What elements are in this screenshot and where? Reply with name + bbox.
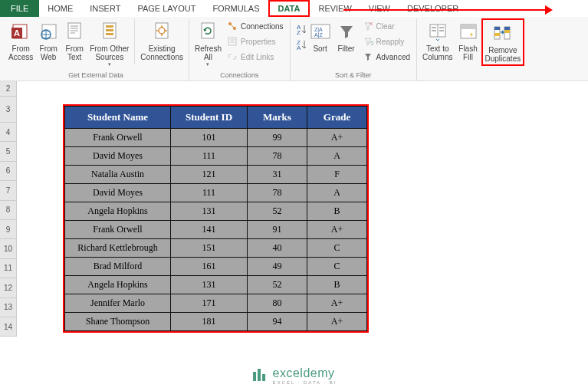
tab-data[interactable]: DATA: [268, 0, 310, 17]
tab-insert[interactable]: INSERT: [81, 0, 129, 17]
table-row[interactable]: Shane Thompson18194A+: [65, 313, 367, 331]
cell[interactable]: 131: [171, 276, 248, 294]
tab-developer[interactable]: DEVELOPER: [399, 0, 467, 17]
row-header[interactable]: 10: [0, 239, 17, 258]
cell[interactable]: 151: [171, 239, 248, 258]
cell[interactable]: A+: [307, 129, 367, 147]
cell[interactable]: A+: [307, 294, 367, 313]
cell[interactable]: 91: [248, 221, 307, 239]
properties-button[interactable]: Properties: [224, 34, 287, 49]
clear-button[interactable]: Clear: [360, 18, 413, 34]
connections-button[interactable]: Connections: [224, 18, 287, 34]
row-header[interactable]: 13: [0, 298, 17, 317]
table-row[interactable]: Natalia Austin12131F: [65, 166, 367, 184]
col-header[interactable]: Student Name: [65, 107, 171, 129]
cell[interactable]: 111: [171, 184, 248, 202]
cell[interactable]: A: [307, 184, 367, 202]
cell[interactable]: 78: [248, 184, 307, 202]
cell[interactable]: 49: [248, 258, 307, 276]
table-row[interactable]: Jennifer Marlo17180A+: [65, 294, 367, 313]
tab-file[interactable]: FILE: [0, 0, 39, 17]
filter-button[interactable]: Filter: [333, 18, 360, 54]
cell[interactable]: 141: [171, 221, 248, 239]
existing-connections-button[interactable]: Existing Connections: [138, 18, 186, 63]
cell[interactable]: Angela Hopkins: [65, 202, 171, 221]
cell[interactable]: 94: [248, 313, 307, 331]
sort-asc-button[interactable]: AZ: [294, 21, 307, 37]
row-header[interactable]: 5: [0, 142, 17, 161]
from-other-sources-button[interactable]: From Other Sources ▾: [87, 18, 131, 69]
table-row[interactable]: Angela Hopkins13152B: [65, 276, 367, 294]
sort-button[interactable]: Z|AA|Z Sort: [307, 18, 333, 54]
row-header[interactable]: 12: [0, 278, 17, 297]
refresh-all-button[interactable]: Refresh All ▾: [192, 18, 224, 69]
text-to-columns-button[interactable]: Text to Columns: [420, 18, 455, 63]
from-web-button[interactable]: From Web: [35, 18, 61, 63]
cell[interactable]: 101: [171, 129, 248, 147]
advanced-button[interactable]: Advanced: [360, 49, 413, 64]
cell[interactable]: C: [307, 258, 367, 276]
row-header[interactable]: 2: [0, 81, 17, 97]
col-header[interactable]: Marks: [248, 107, 307, 129]
col-header[interactable]: Student ID: [171, 107, 248, 129]
tab-formulas[interactable]: FORMULAS: [204, 0, 268, 17]
cell[interactable]: Shane Thompson: [65, 313, 171, 331]
row-header[interactable]: 8: [0, 201, 17, 220]
cell[interactable]: 131: [171, 202, 248, 221]
table-row[interactable]: David Moyes11178A: [65, 147, 367, 166]
remove-duplicates-button[interactable]: Remove Duplicates: [481, 18, 525, 66]
cell[interactable]: 31: [248, 166, 307, 184]
cell[interactable]: Frank Orwell: [65, 221, 171, 239]
from-access-button[interactable]: A From Access: [6, 18, 35, 63]
from-text-button[interactable]: From Text: [61, 18, 87, 63]
cell[interactable]: 40: [248, 239, 307, 258]
table-row[interactable]: Angela Hopkins13152B: [65, 202, 367, 221]
row-header[interactable]: 3: [0, 97, 17, 123]
reapply-button[interactable]: Reapply: [360, 34, 413, 49]
row-header[interactable]: 9: [0, 220, 17, 239]
cell[interactable]: 111: [171, 147, 248, 166]
row-header[interactable]: 4: [0, 123, 17, 142]
cell[interactable]: Natalia Austin: [65, 166, 171, 184]
cell[interactable]: F: [307, 166, 367, 184]
cell[interactable]: David Moyes: [65, 147, 171, 166]
table-row[interactable]: Richard Kettlebrough15140C: [65, 239, 367, 258]
row-header[interactable]: 14: [0, 317, 17, 337]
cell[interactable]: 171: [171, 294, 248, 313]
sort-desc-button[interactable]: ZA: [294, 37, 307, 52]
cell[interactable]: Angela Hopkins: [65, 276, 171, 294]
tab-page-layout[interactable]: PAGE LAYOUT: [129, 0, 204, 17]
cell[interactable]: B: [307, 202, 367, 221]
table-row[interactable]: Frank Orwell10199A+: [65, 129, 367, 147]
flash-fill-button[interactable]: Flash Fill: [455, 18, 481, 63]
row-header[interactable]: 7: [0, 181, 17, 200]
cell[interactable]: Jennifer Marlo: [65, 294, 171, 313]
cell[interactable]: A+: [307, 221, 367, 239]
col-header[interactable]: Grade: [307, 107, 367, 129]
cell[interactable]: C: [307, 239, 367, 258]
cell[interactable]: 121: [171, 166, 248, 184]
cell[interactable]: A+: [307, 313, 367, 331]
cell[interactable]: 99: [248, 129, 307, 147]
table-row[interactable]: David Moyes11178A: [65, 184, 367, 202]
cell[interactable]: A: [307, 147, 367, 166]
data-table[interactable]: Student Name Student ID Marks Grade Fran…: [64, 106, 367, 331]
cell[interactable]: 52: [248, 202, 307, 221]
cell[interactable]: 78: [248, 147, 307, 166]
cell[interactable]: Frank Orwell: [65, 129, 171, 147]
cell[interactable]: B: [307, 276, 367, 294]
cell[interactable]: David Moyes: [65, 184, 171, 202]
cell[interactable]: 80: [248, 294, 307, 313]
cell[interactable]: Brad Milford: [65, 258, 171, 276]
row-header[interactable]: 11: [0, 259, 17, 278]
table-row[interactable]: Frank Orwell14191A+: [65, 221, 367, 239]
cell[interactable]: Richard Kettlebrough: [65, 239, 171, 258]
tab-home[interactable]: HOME: [39, 0, 81, 17]
cell[interactable]: 181: [171, 313, 248, 331]
cell[interactable]: 161: [171, 258, 248, 276]
edit-links-button[interactable]: Edit Links: [224, 49, 287, 64]
cell[interactable]: 52: [248, 276, 307, 294]
table-row[interactable]: Brad Milford16149C: [65, 258, 367, 276]
tab-view[interactable]: VIEW: [360, 0, 399, 17]
tab-review[interactable]: REVIEW: [310, 0, 360, 17]
